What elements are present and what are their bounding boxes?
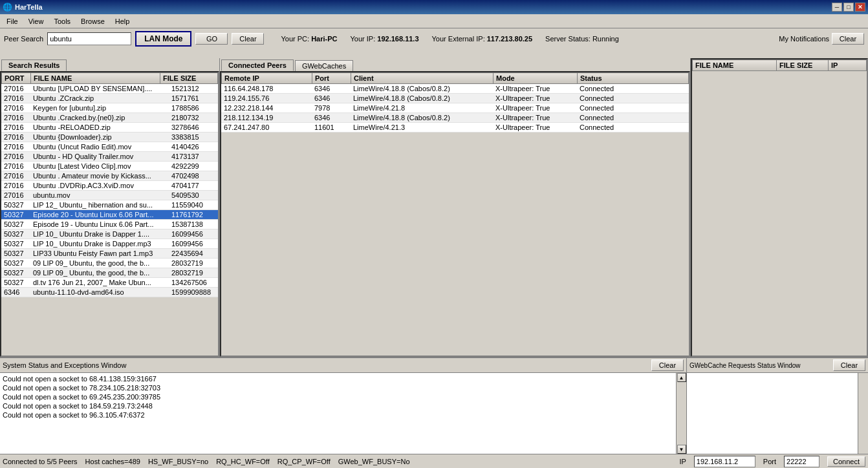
clear-system-status-button[interactable]: Clear (651, 359, 684, 371)
lan-mode-button[interactable]: LAN Mode (135, 31, 191, 47)
gweb-status: GWeb_WF_BUSY=No (338, 458, 410, 465)
ip-label: IP (679, 458, 686, 465)
gweb-requests-panel: GWebCache Requests Status Window Clear (687, 358, 868, 454)
peer-search-input[interactable] (47, 32, 131, 45)
table-row[interactable]: 27016 ubuntu.mov 5409530 (1, 191, 218, 200)
close-button[interactable]: ✕ (855, 3, 865, 12)
col-filename: FILE NAME (31, 73, 160, 84)
tab-connected-peers[interactable]: Connected Peers (221, 59, 294, 71)
col-status: Status (578, 73, 689, 84)
system-status-title: System Status and Exceptions Window (3, 361, 126, 369)
app-icon: 🌐 (3, 3, 12, 12)
system-status-content: Could not open a socket to 68.41.138.159… (0, 373, 676, 454)
app-title: HarTella (15, 3, 43, 11)
table-row[interactable]: 12.232.218.144 7978 LimeWire/4.21.8 X-Ul… (221, 103, 689, 113)
server-status-info: Server Status: Running (545, 35, 619, 43)
table-row[interactable]: 50327 Episode 19 - Ubuntu Linux 6.06 Par… (1, 220, 218, 229)
table-row[interactable]: 27016 Ubuntu - HD Quality Trailer.mov 41… (1, 152, 218, 162)
table-row[interactable]: 27016 Ubuntu .DVDRip.AC3.XviD.mov 470417… (1, 181, 218, 191)
port-input[interactable] (784, 456, 819, 467)
ip-input[interactable] (694, 456, 755, 467)
menu-view[interactable]: View (23, 16, 49, 27)
go-button[interactable]: GO (195, 33, 228, 45)
gweb-requests-content (687, 373, 858, 454)
my-notifications-label: My Notifications (779, 35, 829, 43)
status-message: Could not open a socket to 184.59.219.73… (3, 401, 673, 410)
clear-search-button[interactable]: Clear (232, 33, 264, 45)
peers-panel: Connected Peers GWebCaches Remote IP Por… (220, 58, 690, 357)
table-row[interactable]: 6346 ubuntu-11.10-dvd-amd64.iso 15999098… (1, 288, 218, 297)
menu-bar: File View Tools Browse Help (0, 14, 868, 28)
table-row[interactable]: 27016 Ubuntu .ZCrack.zip 1571761 (1, 94, 218, 103)
maximize-button[interactable]: □ (843, 3, 854, 12)
table-row[interactable]: 27016 Ubuntu (Uncut Radio Edit).mov 4140… (1, 142, 218, 152)
notif-col-ip: IP (829, 60, 867, 71)
table-row[interactable]: 27016 Ubuntu [UPLOAD BY SENSEMAN].... 15… (1, 84, 218, 94)
table-row[interactable]: 27016 Ubuntu -RELOADED.zip 3278646 (1, 123, 218, 133)
table-row[interactable]: 50327 Episode 20 - Ubuntu Linux 6.06 Par… (1, 210, 218, 220)
minimize-button[interactable]: ─ (832, 3, 842, 12)
table-row[interactable]: 50327 09 LIP 09_ Ubuntu, the good, the b… (1, 259, 218, 268)
info-bar: Your PC: Hari-PC Your IP: 192.168.11.3 Y… (281, 35, 775, 43)
table-row[interactable]: 27016 Ubuntu .Cracked.by.{ne0}.zip 21807… (1, 113, 218, 123)
table-row[interactable]: 27016 Ubuntu {Downloader}.zip 3383815 (1, 133, 218, 142)
table-row[interactable]: 116.64.248.178 6346 LimeWire/4.18.8 (Cab… (221, 84, 689, 94)
gweb-requests-header: GWebCache Requests Status Window Clear (687, 358, 868, 373)
menu-tools[interactable]: Tools (49, 16, 76, 27)
table-row[interactable]: 27016 Keygen for [ubuntu].zip 1788586 (1, 103, 218, 113)
table-row[interactable]: 119.24.155.76 6346 LimeWire/4.18.8 (Cabo… (221, 94, 689, 103)
table-row[interactable]: 50327 dl.tv 176 Jun 21, 2007_ Make Ubun.… (1, 278, 218, 288)
clear-gweb-button[interactable]: Clear (833, 359, 865, 371)
system-status-scrollbar[interactable]: ▲ ▼ (676, 373, 686, 454)
status-bar: Connected to 5/5 Peers Host caches=489 H… (0, 454, 868, 468)
toolbar: Peer Search LAN Mode GO Clear Your PC: H… (0, 28, 868, 49)
tab-search-results[interactable]: Search Results (1, 59, 67, 71)
peers-scroll[interactable]: 116.64.248.178 6346 LimeWire/4.18.8 (Cab… (221, 84, 689, 356)
status-message: Could not open a socket to 68.41.138.159… (3, 374, 673, 383)
title-bar-left: 🌐 HarTella (3, 3, 43, 12)
table-row[interactable]: 50327 LIP 10_ Ubuntu Drake is Dapper.mp3… (1, 239, 218, 249)
menu-file[interactable]: File (1, 16, 23, 27)
scroll-down-arrow[interactable]: ▼ (677, 445, 686, 454)
search-results-panel: Search Results PORT FILE NAME FILE SIZE … (0, 58, 220, 357)
title-bar-controls: ─ □ ✕ (832, 3, 865, 12)
menu-help[interactable]: Help (110, 16, 135, 27)
table-row[interactable]: 27016 Ubuntu [Latest Video Clip].mov 429… (1, 162, 218, 171)
col-port: PORT (2, 73, 31, 84)
gweb-scrollbar[interactable] (858, 373, 868, 454)
your-pc-info: Your PC: Hari-PC (281, 35, 337, 43)
table-row[interactable]: 50327 LIP 10_ Ubuntu Drake is Dapper 1..… (1, 229, 218, 239)
col-mode: Mode (494, 73, 578, 84)
notif-col-filesize: FILE SIZE (777, 60, 829, 71)
system-status-header: System Status and Exceptions Window Clea… (0, 358, 686, 373)
col-filesize: FILE SIZE (160, 73, 218, 84)
main-content: Search Results PORT FILE NAME FILE SIZE … (0, 58, 868, 357)
search-results-scroll[interactable]: 27016 Ubuntu [UPLOAD BY SENSEMAN].... 15… (1, 84, 218, 356)
gweb-requests-title: GWebCache Requests Status Window (689, 362, 801, 369)
col-client: Client (351, 73, 494, 84)
table-row[interactable]: 27016 Ubuntu . Amateur movie by Kickass.… (1, 171, 218, 181)
rq-hc-status: RQ_HC_WF=Off (216, 458, 270, 465)
peers-tabs: Connected Peers GWebCaches (220, 58, 690, 71)
table-row[interactable]: 218.112.134.19 6346 LimeWire/4.18.8 (Cab… (221, 113, 689, 123)
clear-notifications-button[interactable]: Clear (832, 33, 864, 45)
connect-button[interactable]: Connect (827, 456, 865, 467)
table-row[interactable]: 50327 09 LIP 09_ Ubuntu, the good, the b… (1, 268, 218, 278)
table-row[interactable]: 67.241.247.80 11601 LimeWire/4.21.3 X-Ul… (221, 123, 689, 133)
search-results-tabs: Search Results (0, 58, 219, 71)
notifications-panel: FILE NAME FILE SIZE IP (690, 58, 868, 357)
col-peer-port: Port (312, 73, 351, 84)
peer-search-label: Peer Search (4, 35, 43, 43)
table-row[interactable]: 50327 LIP33 Ubuntu Feisty Fawn part 1.mp… (1, 249, 218, 259)
scroll-up-arrow[interactable]: ▲ (677, 373, 686, 382)
hs-wf-status: HS_WF_BUSY=no (148, 458, 208, 465)
status-message: Could not open a socket to 96.3.105.47:6… (3, 410, 673, 420)
col-remote-ip: Remote IP (222, 73, 312, 84)
tab-gweb-caches[interactable]: GWebCaches (295, 60, 353, 71)
port-label: Port (763, 458, 776, 465)
your-ext-ip-info: Your External IP: 117.213.80.25 (432, 35, 533, 43)
table-row[interactable]: 50327 LIP 12_ Ubuntu_ hibernation and su… (1, 200, 218, 210)
status-message: Could not open a socket to 69.245.235.20… (3, 392, 673, 401)
notifications-header-area: My Notifications Clear (779, 33, 864, 45)
menu-browse[interactable]: Browse (76, 16, 110, 27)
